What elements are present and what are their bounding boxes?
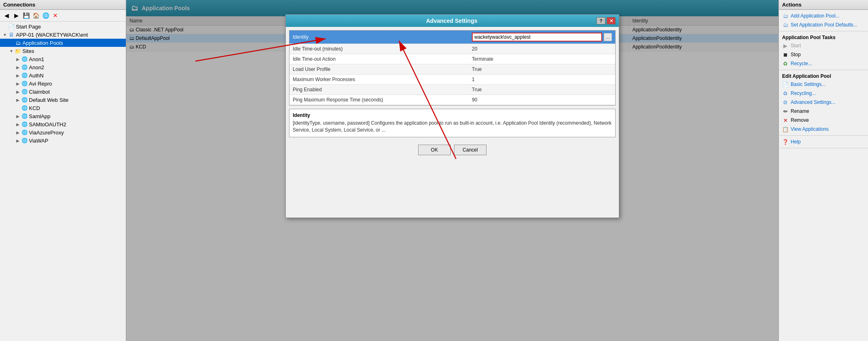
disconnect-button[interactable]: ✕ (51, 11, 60, 20)
modal-ok-button[interactable]: OK (418, 145, 451, 155)
expander-anon1: ▶ (15, 56, 21, 62)
tree-item-authn[interactable]: ▶ 🌐 AuthN (0, 71, 126, 79)
actions-top-section: 🗂 Add Application Pool... 🗂 Set Applicat… (779, 10, 868, 31)
tree-item-kcd[interactable]: 🌐 KCD (0, 104, 126, 112)
help-icon: ❓ (782, 139, 789, 145)
forward-button[interactable]: ▶ (12, 11, 21, 20)
avi-repro-icon: 🌐 (21, 80, 28, 87)
description-text: [identityType, username, password] Confi… (293, 120, 612, 134)
help-label: Help (791, 139, 801, 145)
description-area: Identity [identityType, username, passwo… (289, 109, 616, 137)
modal-help-button[interactable]: ? (596, 17, 605, 24)
tree-item-claimbot[interactable]: ▶ 🌐 Claimbot (0, 88, 126, 96)
settings-label-max-worker: Maximum Worker Processes (289, 75, 469, 85)
action-set-defaults[interactable]: 🗂 Set Application Pool Defaults... (779, 20, 868, 29)
settings-label-idle-timeout: Idle Time-out (minutes) (289, 44, 469, 54)
tasks-section-title: Application Pool Tasks (779, 33, 868, 41)
action-start[interactable]: ▶ Start (779, 41, 868, 50)
action-recycling[interactable]: ♻ Recycling... (779, 89, 868, 98)
back-button[interactable]: ◀ (2, 11, 11, 20)
action-rename[interactable]: ✏ Rename (779, 107, 868, 116)
action-advanced-settings[interactable]: ⚙ Advanced Settings... (779, 98, 868, 107)
default-web-site-label: Default Web Site (29, 97, 68, 103)
modal-cancel-button[interactable]: Cancel (454, 145, 487, 155)
settings-row-load-user-profile[interactable]: Load User Profile True (289, 64, 615, 75)
claimbot-icon: 🌐 (21, 88, 28, 95)
tree-item-samtoauth2[interactable]: ▶ 🌐 SAMtoOAUTH2 (0, 120, 126, 128)
expander-avi-repro: ▶ (15, 80, 21, 87)
identity-browse-button[interactable]: … (604, 33, 612, 41)
tree-item-default-web-site[interactable]: ▶ 🌐 Default Web Site (0, 96, 126, 104)
expander-authn: ▶ (15, 72, 21, 79)
action-view-applications[interactable]: 📋 View Applications (779, 125, 868, 134)
anon2-icon: 🌐 (21, 64, 28, 70)
action-add-app-pool[interactable]: 🗂 Add Application Pool... (779, 11, 868, 20)
action-basic-settings[interactable]: 📄 Basic Settings... (779, 80, 868, 89)
app-pools-label: Application Pools (22, 40, 63, 46)
home-button[interactable]: 🏠 (31, 11, 40, 20)
settings-row-idle-timeout-action[interactable]: Idle Time-out Action Terminate (289, 54, 615, 64)
add-app-pool-label: Add Application Pool... (791, 13, 840, 19)
settings-row-ping-enabled[interactable]: Ping Enabled True (289, 85, 615, 95)
tree-item-start-page[interactable]: 📄 Start Page (0, 22, 126, 31)
start-page-icon: 📄 (8, 23, 15, 30)
recycling-label: Recycling... (791, 90, 816, 96)
remove-label: Remove (791, 117, 809, 123)
kcd-label: KCD (29, 105, 40, 111)
action-stop[interactable]: ⏹ Stop (779, 50, 868, 59)
tree-item-anon1[interactable]: ▶ 🌐 Anon1 (0, 55, 126, 63)
advanced-settings-dialog: Advanced Settings ? ✕ Identity (285, 14, 619, 218)
tree-item-avi-repro[interactable]: ▶ 🌐 Avi Repro (0, 79, 126, 88)
settings-value-ping-enabled: True (469, 85, 615, 95)
server-icon: 🖥 (8, 31, 15, 38)
settings-label-ping-response: Ping Maximum Response Time (seconds) (289, 95, 469, 105)
recycle-label: Recycle... (791, 61, 812, 66)
view-applications-label: View Applications (791, 126, 829, 132)
settings-value-idle-timeout: 20 (469, 44, 615, 54)
recycle-icon: ♻ (782, 60, 789, 67)
tree-item-viawap[interactable]: ▶ 🌐 ViaWAP (0, 136, 126, 145)
viaazureproxy-icon: 🌐 (21, 129, 28, 136)
modal-close-button[interactable]: ✕ (607, 17, 616, 24)
settings-row-identity[interactable]: Identity … (289, 31, 615, 44)
settings-value-identity: … (469, 31, 615, 44)
advanced-settings-label: Advanced Settings... (791, 99, 835, 105)
connections-tree: 📄 Start Page ▼ 🖥 APP-01 (WACKETYWACK\ent… (0, 22, 126, 341)
settings-table-container: Identity … Idle Time-out (minutes) (289, 30, 616, 106)
settings-row-idle-timeout[interactable]: Idle Time-out (minutes) 20 (289, 44, 615, 54)
samlapp-icon: 🌐 (21, 113, 28, 119)
action-recycle[interactable]: ♻ Recycle... (779, 59, 868, 68)
start-icon: ▶ (782, 42, 789, 49)
save-button[interactable]: 💾 (22, 11, 31, 20)
identity-value-cell: … (472, 33, 612, 42)
view-applications-icon: 📋 (782, 126, 789, 132)
identity-input[interactable] (472, 33, 602, 42)
connect-button[interactable]: 🌐 (41, 11, 50, 20)
settings-label-load-user-profile: Load User Profile (289, 64, 469, 75)
authn-label: AuthN (29, 73, 44, 79)
action-help[interactable]: ❓ Help (779, 137, 868, 146)
tree-item-app-pools[interactable]: 🗂 Application Pools (0, 39, 126, 47)
start-label: Start (791, 43, 801, 48)
tree-item-sites[interactable]: ▼ 📁 Sites (0, 47, 126, 55)
settings-table: Identity … Idle Time-out (minutes) (289, 31, 615, 105)
tree-item-anon2[interactable]: ▶ 🌐 Anon2 (0, 63, 126, 71)
tree-item-samlapp[interactable]: ▶ 🌐 SamlApp (0, 112, 126, 120)
settings-value-load-user-profile: True (469, 64, 615, 75)
modal-footer: OK Cancel (286, 141, 619, 159)
settings-row-max-worker[interactable]: Maximum Worker Processes 1 (289, 75, 615, 85)
expander-claimbot: ▶ (15, 88, 21, 95)
action-remove[interactable]: ✕ Remove (779, 116, 868, 125)
samtoauth2-label: SAMtoOAUTH2 (29, 121, 66, 128)
tree-item-server[interactable]: ▼ 🖥 APP-01 (WACKETYWACK\ent (0, 31, 126, 39)
actions-header: Actions (779, 0, 868, 10)
expander-anon2: ▶ (15, 64, 21, 70)
connections-header: Connections (0, 0, 126, 10)
advanced-settings-icon: ⚙ (782, 99, 789, 106)
expander-samtoauth2: ▶ (15, 121, 21, 128)
settings-row-ping-response[interactable]: Ping Maximum Response Time (seconds) 90 (289, 95, 615, 105)
tree-item-viaazureproxy[interactable]: ▶ 🌐 ViaAzureProxy (0, 128, 126, 136)
rename-label: Rename (791, 108, 809, 114)
start-page-label: Start Page (16, 24, 41, 30)
server-label: APP-01 (WACKETYWACK\ent (16, 32, 88, 38)
